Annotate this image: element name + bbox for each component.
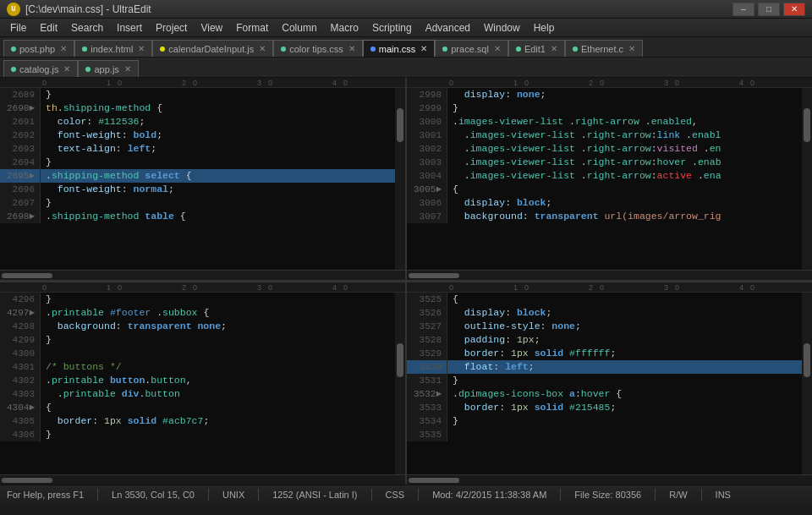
hscroll-top-left[interactable] [0, 270, 405, 280]
menu-search[interactable]: Search [64, 19, 110, 37]
status-language: CSS [386, 490, 405, 500]
scrollbar-top-left[interactable] [395, 88, 405, 270]
hscroll-top-right[interactable] [407, 270, 812, 280]
line-number: 2694 [0, 156, 41, 169]
hscroll-thumb[interactable] [2, 273, 52, 278]
tab-label: calendarDateInput.js [168, 44, 254, 54]
hscroll-thumb[interactable] [2, 478, 52, 483]
menu-help[interactable]: Help [527, 19, 562, 37]
line-number: 3527 [407, 320, 447, 333]
menu-advanced[interactable]: Advanced [419, 19, 477, 37]
code-top-left[interactable]: 2689 } 2690► th.shipping-method { 2691 c… [0, 88, 405, 270]
minimize-button[interactable]: – [732, 3, 754, 16]
line-number: 2690► [0, 101, 41, 115]
menubar: File Edit Search Insert Project View For… [0, 19, 812, 37]
status-separator [97, 489, 98, 501]
line-number: 4305 [0, 414, 41, 428]
tab-ethernet[interactable]: Ethernet.c ✕ [565, 40, 643, 57]
table-row: 3529 border: 1px solid #ffffff; [407, 347, 812, 360]
menu-format[interactable]: Format [229, 19, 275, 37]
hscroll-thumb[interactable] [409, 273, 459, 278]
line-number: 3531 [407, 374, 447, 387]
tab-close-icon[interactable]: ✕ [63, 64, 70, 74]
code-top-right[interactable]: 2998 display: none; 2999 } 3000 .images-… [407, 88, 812, 270]
tab-colortips[interactable]: color tips.css ✕ [273, 40, 363, 57]
close-button[interactable]: ✕ [783, 3, 805, 16]
window-controls: – □ ✕ [732, 3, 805, 16]
line-content: { [41, 401, 405, 414]
menu-macro[interactable]: Macro [324, 19, 365, 37]
scroll-thumb[interactable] [804, 108, 810, 142]
menu-insert[interactable]: Insert [110, 19, 149, 37]
line-content: .shipping-method table { [41, 210, 405, 223]
tab-label: Edit1 [524, 44, 546, 54]
scroll-thumb[interactable] [804, 343, 810, 377]
menu-edit[interactable]: Edit [33, 19, 64, 37]
table-row: 3533 border: 1px solid #215485; [407, 401, 812, 414]
hscroll-thumb[interactable] [409, 478, 459, 483]
editors-top: 0 10 20 30 40 2689 } 2690► th.shipping-m… [0, 78, 812, 280]
tab-close-icon[interactable]: ✕ [259, 44, 266, 53]
line-content: .images-viewer-list .right-arrow:hover .… [447, 156, 812, 169]
line-content: background: transparent url(images/arrow… [447, 210, 812, 223]
menu-project[interactable]: Project [149, 19, 194, 37]
scrollbar-bottom-left[interactable] [395, 293, 405, 474]
line-content: } [41, 196, 405, 210]
line-content: } [41, 293, 405, 306]
tab-dot [160, 47, 165, 52]
hscroll-bottom-left[interactable] [0, 474, 405, 485]
status-separator [655, 489, 656, 501]
table-row: 4303 .printable div.button [0, 387, 405, 401]
editor-pane-bottom-right: 0 10 20 30 40 3525 { 3526 display: block… [407, 282, 812, 485]
editor-split: 0 10 20 30 40 2689 } 2690► th.shipping-m… [0, 78, 812, 485]
tab-close-icon[interactable]: ✕ [420, 44, 427, 53]
hscroll-bottom-right[interactable] [407, 474, 812, 485]
status-separator [560, 489, 561, 501]
scrollbar-top-right[interactable] [802, 88, 812, 270]
menu-file[interactable]: File [3, 19, 33, 37]
status-access: R/W [669, 490, 687, 500]
scroll-thumb[interactable] [397, 108, 403, 142]
table-row: 4296 } [0, 293, 405, 306]
tab-bar-1: post.php ✕ index.html ✕ calendarDateInpu… [0, 37, 812, 58]
tab-prace-sql[interactable]: prace.sql ✕ [435, 40, 508, 57]
tab-close-icon[interactable]: ✕ [138, 44, 145, 53]
editor-pane-bottom-left: 0 10 20 30 40 4296 } 4297► .printable #f… [0, 282, 407, 485]
tab-catalog-js[interactable]: catalog.js ✕ [3, 60, 78, 77]
menu-column[interactable]: Column [275, 19, 323, 37]
code-bottom-right[interactable]: 3525 { 3526 display: block; 3527 outline… [407, 293, 812, 474]
tab-close-icon[interactable]: ✕ [551, 44, 557, 53]
scroll-thumb[interactable] [397, 343, 403, 377]
menu-view[interactable]: View [194, 19, 229, 37]
tab-close-icon[interactable]: ✕ [494, 44, 501, 53]
line-number: 4297► [0, 306, 41, 320]
tab-index-html[interactable]: index.html ✕ [74, 40, 152, 57]
app-icon: U [7, 3, 20, 16]
tab-close-icon[interactable]: ✕ [348, 44, 355, 53]
tab-main-css[interactable]: main.css ✕ [363, 40, 435, 57]
line-content: border: 1px solid #ffffff; [447, 347, 812, 360]
table-row: 3535 [407, 428, 812, 441]
tab-edit1[interactable]: Edit1 ✕ [508, 40, 565, 57]
menu-window[interactable]: Window [477, 19, 527, 37]
line-number: 3000 [407, 115, 447, 129]
menu-scripting[interactable]: Scripting [365, 19, 419, 37]
scrollbar-bottom-right[interactable] [802, 293, 812, 474]
tab-close-icon[interactable]: ✕ [628, 44, 635, 53]
table-row: 2697 } [0, 196, 405, 210]
line-content: text-align: left; [41, 142, 405, 156]
tab-close-icon[interactable]: ✕ [124, 64, 131, 74]
line-number: 3526 [407, 306, 447, 320]
code-bottom-left[interactable]: 4296 } 4297► .printable #footer .subbox … [0, 293, 405, 474]
line-number: 2698► [0, 210, 41, 223]
tab-post-php[interactable]: post.php ✕ [3, 40, 74, 57]
line-content: .printable button.button, [41, 374, 405, 387]
tab-dot [573, 47, 578, 52]
tab-app-js[interactable]: app.js ✕ [78, 60, 138, 77]
maximize-button[interactable]: □ [758, 3, 780, 16]
table-row: 3001 .images-viewer-list .right-arrow:li… [407, 129, 812, 142]
tab-calendar[interactable]: calendarDateInput.js ✕ [152, 40, 273, 57]
tab-dot [11, 67, 16, 72]
tab-label: catalog.js [19, 64, 58, 74]
tab-close-icon[interactable]: ✕ [60, 44, 67, 53]
